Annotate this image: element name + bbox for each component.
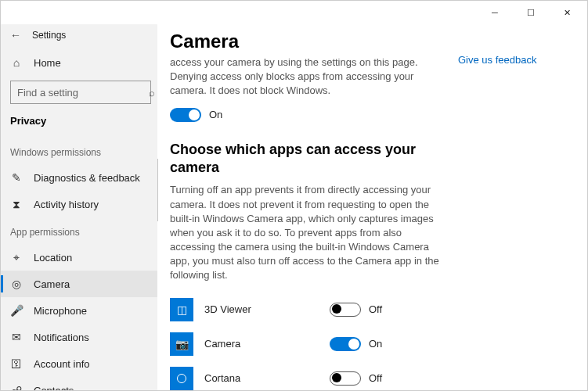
sidebar-item-location[interactable]: ⌖Location — [1, 244, 157, 271]
sidebar-item-notifications[interactable]: ✉Notifications — [1, 324, 157, 350]
page-title: Camera — [170, 30, 439, 52]
maximize-button[interactable]: ☐ — [514, 2, 548, 23]
app-row: 📷CameraOn — [170, 327, 439, 361]
sidebar-item-label: Contacts — [34, 385, 74, 391]
search-icon: ⌕ — [149, 87, 155, 99]
apps-description: Turning off an app prevents it from dire… — [170, 183, 439, 282]
sidebar-item-contacts[interactable]: ☍Contacts — [1, 377, 157, 390]
app-name: Camera — [204, 338, 330, 350]
app-name: Cortana — [204, 372, 330, 384]
current-section-label: Privacy — [1, 115, 157, 138]
sidebar-item-label: Camera — [34, 278, 70, 290]
app-toggle-label: On — [369, 338, 382, 350]
home-label: Home — [34, 57, 61, 69]
app-name: 3D Viewer — [204, 303, 330, 315]
sidebar-item-account-info[interactable]: ⚿Account info — [1, 350, 157, 377]
home-nav[interactable]: ⌂ Home — [10, 51, 151, 74]
sidebar-item-label: Microphone — [34, 305, 87, 317]
sidebar-item-diagnostics-feedback[interactable]: ✎Diagnostics & feedback — [1, 164, 157, 191]
sidebar-item-label: Notifications — [34, 332, 89, 343]
notif-icon: ✉ — [10, 331, 23, 343]
apps-heading: Choose which apps can access your camera — [170, 141, 439, 178]
app-toggle-label: Off — [369, 372, 382, 384]
app-toggle[interactable] — [330, 371, 361, 386]
cont-icon: ☍ — [10, 384, 23, 390]
hist-icon: ⧗ — [10, 198, 23, 211]
diag-icon: ✎ — [10, 171, 23, 184]
sidebar-item-microphone[interactable]: 🎤Microphone — [1, 297, 157, 324]
app-toggle[interactable] — [330, 303, 361, 317]
main-content: Camera access your camera by using the s… — [157, 24, 439, 390]
sidebar-group-header: Windows permissions — [1, 138, 157, 164]
sidebar-item-camera[interactable]: ◎Camera — [1, 271, 157, 297]
home-icon: ⌂ — [10, 56, 23, 69]
sidebar-item-label: Activity history — [34, 199, 99, 210]
mic-icon: 🎤 — [10, 304, 23, 317]
cam-icon: ◎ — [10, 278, 23, 290]
app-toggle[interactable] — [330, 337, 361, 351]
close-button[interactable]: ✕ — [550, 2, 584, 23]
app-icon: ◫ — [170, 298, 193, 321]
camera-access-toggle[interactable] — [170, 108, 201, 122]
feedback-link[interactable]: Give us feedback — [458, 54, 536, 66]
app-icon: 📷 — [170, 332, 193, 356]
sidebar-item-label: Diagnostics & feedback — [34, 172, 140, 184]
camera-access-toggle-label: On — [209, 109, 222, 120]
app-icon — [170, 367, 193, 390]
search-input-container[interactable]: ⌕ — [10, 81, 151, 104]
page-intro: access your camera by using the settings… — [170, 56, 439, 99]
back-button[interactable]: ← — [10, 29, 21, 41]
acct-icon: ⚿ — [10, 357, 23, 370]
window-titlebar: ─ ☐ ✕ — [1, 1, 587, 24]
loc-icon: ⌖ — [10, 251, 23, 264]
sidebar-group-header: App permissions — [1, 217, 157, 244]
app-toggle-label: Off — [369, 303, 382, 315]
search-input[interactable] — [17, 87, 149, 99]
sidebar-item-label: Location — [34, 252, 72, 264]
sidebar: ← Settings ⌂ Home ⌕ Privacy Windows perm… — [1, 24, 157, 390]
app-row: CortanaOff — [170, 361, 439, 390]
sidebar-item-activity-history[interactable]: ⧗Activity history — [1, 191, 157, 217]
sidebar-item-label: Account info — [34, 358, 90, 370]
minimize-button[interactable]: ─ — [478, 2, 512, 23]
app-row: ◫3D ViewerOff — [170, 292, 439, 327]
window-title: Settings — [32, 30, 66, 41]
